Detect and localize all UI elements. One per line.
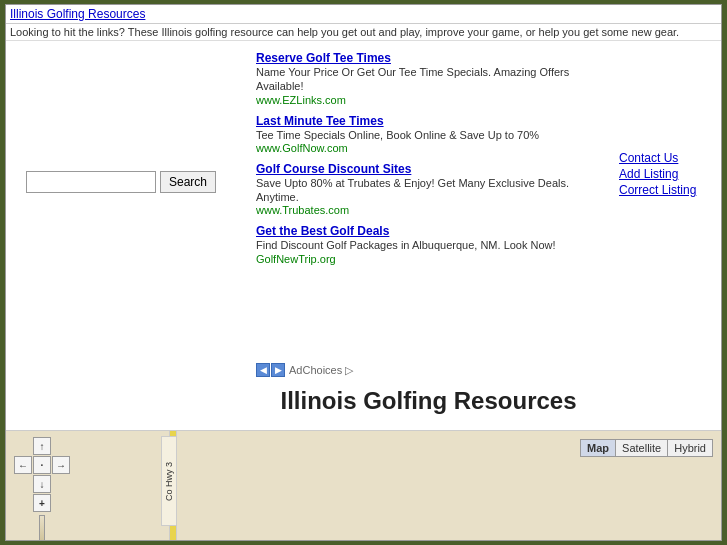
subtitle-bar: Looking to hit the links? These Illinois…	[6, 24, 721, 41]
add-listing-link[interactable]: Add Listing	[619, 167, 678, 181]
ad-url: www.Trubates.com	[256, 204, 601, 216]
outer-border: Illinois Golfing Resources Looking to hi…	[0, 0, 727, 545]
map-up-button[interactable]: ↑	[33, 437, 51, 455]
correct-listing-link[interactable]: Correct Listing	[619, 183, 696, 197]
page-main-title: Illinois Golfing Resources	[256, 387, 601, 415]
adchoices-text: AdChoices ▷	[289, 364, 353, 377]
ad-item: Reserve Golf Tee Times Name Your Price O…	[256, 51, 601, 106]
zoom-slider[interactable]	[39, 515, 45, 540]
ad-desc: Save Upto 80% at Trubates & Enjoy! Get M…	[256, 176, 601, 205]
map-type-satellite-button[interactable]: Satellite	[616, 440, 668, 456]
page-title-section: Illinois Golfing Resources	[256, 377, 601, 420]
ad-title[interactable]: Golf Course Discount Sites	[256, 162, 601, 176]
map-center-button[interactable]: ·	[33, 456, 51, 474]
road-label: Co Hwy 3	[161, 436, 177, 526]
next-arrow[interactable]: ▶	[271, 363, 285, 377]
ad-item: Golf Course Discount Sites Save Upto 80%…	[256, 162, 601, 217]
ad-item: Last Minute Tee Times Tee Time Specials …	[256, 114, 601, 154]
ad-title[interactable]: Get the Best Golf Deals	[256, 224, 601, 238]
ad-item: Get the Best Golf Deals Find Discount Go…	[256, 224, 601, 264]
ad-url: www.GolfNow.com	[256, 142, 601, 154]
title-link[interactable]: Illinois Golfing Resources	[10, 7, 145, 21]
map-section: ↑ ← · → ↓ + – Co Hwy 3 MapSatelliteHybri…	[6, 430, 721, 540]
prev-arrow[interactable]: ◀	[256, 363, 270, 377]
contact-us-link[interactable]: Contact Us	[619, 151, 678, 165]
title-bar: Illinois Golfing Resources	[6, 5, 721, 24]
map-lr-row: ← · →	[14, 456, 70, 474]
adchoices-row: ◀ ▶ AdChoices ▷	[256, 363, 601, 377]
ad-title[interactable]: Reserve Golf Tee Times	[256, 51, 601, 65]
ad-url: www.EZLinks.com	[256, 94, 601, 106]
search-input[interactable]	[26, 171, 156, 193]
ad-desc: Find Discount Golf Packages in Albuquerq…	[256, 238, 601, 252]
ad-desc: Name Your Price Or Get Our Tee Time Spec…	[256, 65, 601, 94]
map-down-button[interactable]: ↓	[33, 475, 51, 493]
search-button[interactable]: Search	[160, 171, 216, 193]
subtitle-text: Looking to hit the links? These Illinois…	[10, 26, 679, 38]
ad-desc: Tee Time Specials Online, Book Online & …	[256, 128, 601, 142]
nav-arrows: ◀ ▶	[256, 363, 285, 377]
map-controls: ↑ ← · → ↓ + –	[14, 437, 70, 540]
map-left-button[interactable]: ←	[14, 456, 32, 474]
left-panel: Search	[6, 41, 246, 430]
zoom-in-button[interactable]: +	[33, 494, 51, 512]
ad-title[interactable]: Last Minute Tee Times	[256, 114, 601, 128]
ads-section: Reserve Golf Tee Times Name Your Price O…	[256, 51, 601, 359]
map-type-map-button[interactable]: Map	[581, 440, 616, 456]
map-type-hybrid-button[interactable]: Hybrid	[668, 440, 712, 456]
map-type-buttons: MapSatelliteHybrid	[580, 439, 713, 457]
content-area: Search Reserve Golf Tee Times Name Your …	[6, 41, 721, 430]
right-panel: Contact Us Add Listing Correct Listing	[611, 41, 721, 430]
ad-url: GolfNewTrip.org	[256, 253, 601, 265]
search-box-row: Search	[26, 171, 216, 193]
main-container: Illinois Golfing Resources Looking to hi…	[5, 4, 722, 541]
center-panel: Reserve Golf Tee Times Name Your Price O…	[246, 41, 611, 430]
map-right-button[interactable]: →	[52, 456, 70, 474]
